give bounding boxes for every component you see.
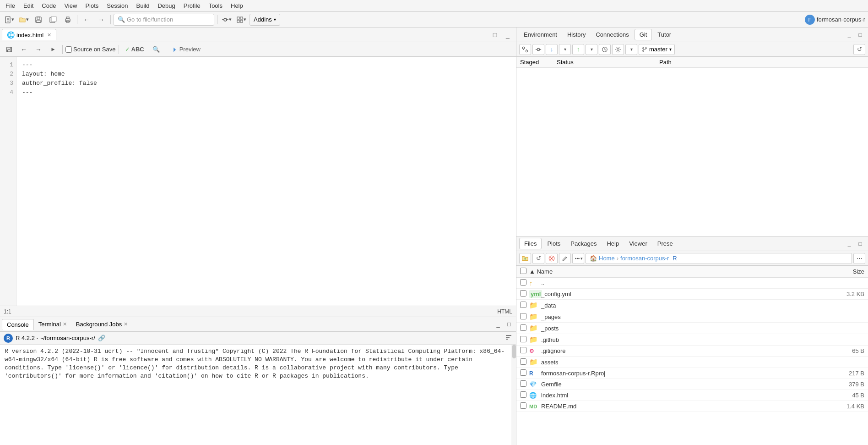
tab-prese[interactable]: Prese — [653, 238, 678, 249]
forward-button[interactable]: → — [95, 14, 108, 26]
editor-save-btn[interactable] — [3, 44, 16, 55]
console-minimize-button[interactable]: _ — [493, 320, 503, 329]
list-item[interactable]: 📁 _data — [516, 300, 868, 311]
list-item[interactable]: 📁 _pages — [516, 311, 868, 323]
bg-jobs-tab-close-icon[interactable]: ✕ — [124, 321, 128, 327]
menu-help[interactable]: Help — [227, 1, 247, 10]
console-tab-terminal[interactable]: Terminal ✕ — [34, 319, 71, 330]
list-item[interactable]: 📁 assets — [516, 357, 868, 368]
menu-view[interactable]: View — [60, 1, 81, 10]
file-checkbox[interactable] — [520, 302, 526, 308]
git-diff-button[interactable] — [519, 44, 531, 55]
list-item[interactable]: 💎 Gemfile 379 B — [516, 379, 868, 390]
breadcrumb-home-label[interactable]: Home — [599, 255, 615, 262]
file-checkbox[interactable] — [520, 336, 526, 342]
git-commit-icon-button[interactable] — [532, 44, 544, 55]
tab-help[interactable]: Help — [602, 238, 624, 249]
console-tab-console[interactable]: Console — [2, 319, 34, 330]
link-icon[interactable]: 🔗 — [98, 335, 105, 341]
right-top-maximize-button[interactable]: □ — [855, 30, 865, 40]
code-editor[interactable]: --- layout: home author_profile: false -… — [16, 57, 516, 306]
git-push-more-button[interactable]: ▾ — [586, 44, 597, 55]
files-options-button[interactable]: ⋯ — [853, 253, 865, 264]
editor-tab-index-html[interactable]: 🌐 index.html ✕ — [2, 29, 56, 40]
list-item[interactable]: 📁 _posts — [516, 323, 868, 334]
console-tab-background-jobs[interactable]: Background Jobs ✕ — [71, 319, 132, 330]
editor-tab-close-icon[interactable]: ✕ — [47, 32, 51, 38]
menu-profile[interactable]: Profile — [180, 1, 204, 10]
list-item[interactable]: ⚙ .gitignore 65 B — [516, 346, 868, 357]
tab-viewer[interactable]: Viewer — [624, 238, 652, 249]
file-checkbox[interactable] — [520, 369, 526, 376]
check-spell-button[interactable]: ✓ ABC — [122, 44, 147, 55]
git-pull-button[interactable]: ↓ — [546, 44, 558, 55]
right-bottom-minimize-button[interactable]: _ — [844, 239, 854, 249]
list-item[interactable]: 🌐 index.html 45 B — [516, 390, 868, 401]
menu-file[interactable]: File — [2, 1, 19, 10]
file-checkbox[interactable] — [520, 358, 526, 365]
menu-plots[interactable]: Plots — [81, 1, 102, 10]
print-button[interactable] — [61, 14, 74, 26]
editor-back-btn[interactable]: ← — [17, 44, 30, 55]
files-rename-button[interactable] — [559, 253, 571, 264]
tab-git[interactable]: Git — [635, 29, 652, 40]
file-checkbox[interactable] — [520, 347, 526, 353]
git-branch-dropdown[interactable]: master ▾ — [639, 44, 675, 55]
list-item[interactable]: R formosan-corpus-r.Rproj 217 B — [516, 368, 868, 379]
tab-plots[interactable]: Plots — [542, 238, 565, 249]
files-more-button[interactable]: ▾ — [572, 253, 584, 264]
tab-files[interactable]: Files — [519, 238, 542, 249]
list-item[interactable]: yml _config.yml 3.2 KB — [516, 289, 868, 300]
grid-layout-button[interactable]: ▾ — [235, 14, 248, 26]
file-checkbox[interactable] — [520, 279, 526, 286]
tab-connections[interactable]: Connections — [591, 29, 633, 40]
console-scrollbar[interactable] — [511, 345, 516, 445]
breadcrumb-home-icon[interactable]: 🏠 — [590, 255, 597, 262]
file-checkbox[interactable] — [520, 391, 526, 398]
files-delete-button[interactable] — [546, 253, 558, 264]
menu-edit[interactable]: Edit — [20, 1, 37, 10]
tab-tutor[interactable]: Tutor — [653, 29, 676, 40]
files-refresh-button[interactable]: ↺ — [532, 253, 544, 264]
file-checkbox[interactable] — [520, 402, 526, 409]
files-name-header[interactable]: ▲ Name — [529, 268, 828, 275]
tab-packages[interactable]: Packages — [566, 238, 601, 249]
file-checkbox[interactable] — [520, 313, 526, 319]
file-checkbox[interactable] — [520, 380, 526, 387]
new-file-button[interactable]: ▾ — [3, 14, 16, 26]
console-maximize-button[interactable]: □ — [504, 320, 514, 329]
preview-button[interactable]: ⏵ Preview — [169, 44, 204, 55]
files-new-folder-button[interactable] — [519, 253, 531, 264]
git-refresh-button[interactable]: ↺ — [853, 44, 865, 55]
tab-history[interactable]: History — [563, 29, 590, 40]
git-pull-more-button[interactable]: ▾ — [559, 44, 571, 55]
editor-forward-btn[interactable]: → — [32, 44, 45, 55]
list-item[interactable]: ↑ .. — [516, 278, 868, 289]
clear-console-button[interactable] — [505, 334, 512, 342]
editor-nav-btn[interactable] — [47, 44, 60, 55]
menu-build[interactable]: Build — [133, 1, 153, 10]
editor-minimize-button[interactable]: _ — [501, 29, 514, 41]
menu-tools[interactable]: Tools — [205, 1, 226, 10]
menu-code[interactable]: Code — [38, 1, 60, 10]
list-item[interactable]: 📁 .github — [516, 334, 868, 346]
source-on-save-checkbox[interactable]: Source on Save — [65, 46, 116, 53]
git-history-button[interactable] — [599, 44, 611, 55]
open-file-button[interactable]: ▾ — [17, 14, 30, 26]
right-top-minimize-button[interactable]: _ — [844, 30, 854, 40]
console-output[interactable]: R version 4.2.2 (2022-10-31 ucrt) -- "In… — [0, 345, 511, 445]
git-commit-button[interactable]: ▾ — [220, 14, 233, 26]
save-all-button[interactable] — [47, 14, 60, 26]
terminal-tab-close-icon[interactable]: ✕ — [63, 321, 67, 327]
menu-session[interactable]: Session — [103, 1, 131, 10]
list-item[interactable]: MD README.md 1.4 KB — [516, 401, 868, 412]
git-more-settings-button[interactable]: ▾ — [625, 44, 637, 55]
files-select-all-checkbox[interactable] — [520, 268, 526, 274]
file-checkbox[interactable] — [520, 290, 526, 297]
tab-environment[interactable]: Environment — [519, 29, 562, 40]
menu-debug[interactable]: Debug — [154, 1, 179, 10]
save-button[interactable] — [32, 14, 45, 26]
files-size-header[interactable]: Size — [828, 268, 864, 275]
editor-maximize-button[interactable]: □ — [488, 29, 501, 41]
goto-file-button[interactable]: 🔍 Go to file/function — [114, 14, 214, 26]
